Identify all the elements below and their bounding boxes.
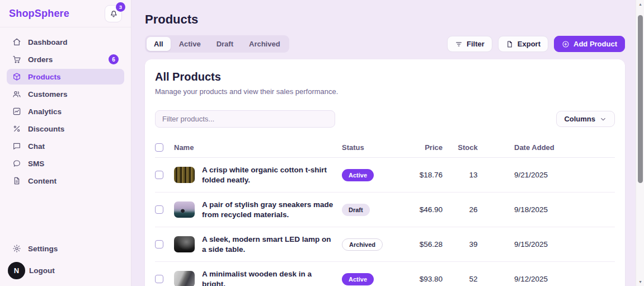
sidebar: ShopSphere 3 Dashboard Orders 6 Products [0,0,131,286]
sidebar-footer: Settings N Logout [7,241,124,279]
sidebar-item-orders[interactable]: Orders 6 [7,51,124,67]
sidebar-item-customers[interactable]: Customers [7,86,124,102]
sidebar-item-dashboard[interactable]: Dashboard [7,34,124,50]
scrollbar-up-arrow[interactable]: ▲ [636,2,644,6]
sidebar-item-content[interactable]: Content [7,173,124,189]
page-title: Products [145,12,625,27]
document-icon [12,176,21,185]
column-header-stock[interactable]: Stock [448,143,499,152]
row-actions-button[interactable] [599,203,613,217]
row-checkbox[interactable] [155,171,163,179]
table-header-row: Name Status Price Stock Date Added [155,138,615,158]
sidebar-item-logout[interactable]: N Logout [7,261,124,279]
sidebar-item-label: Dashboard [28,38,68,46]
sidebar-item-label: Customers [28,90,68,99]
price-cell: $18.76 [403,171,448,179]
main-content: Products All Active Draft Archived Filte… [131,0,644,286]
status-badge: Active [342,273,374,285]
sidebar-item-settings[interactable]: Settings [7,241,124,256]
select-all-checkbox[interactable] [155,143,163,152]
sidebar-item-sms[interactable]: SMS [7,156,124,171]
bell-icon [109,9,118,18]
home-icon [12,37,21,46]
user-avatar[interactable]: N [8,262,25,279]
tab-all[interactable]: All [147,37,171,51]
sidebar-nav: Dashboard Orders 6 Products Customers An… [0,27,131,195]
product-name: A pair of stylish gray sneakers made fro… [202,200,342,219]
row-checkbox[interactable] [155,205,163,214]
app-logo: ShopSphere [9,8,69,20]
columns-dropdown-button[interactable]: Columns [556,111,615,127]
vertical-scrollbar[interactable]: ▲ ▼ [636,0,644,286]
logout-label: Logout [29,266,55,275]
cart-icon [12,55,21,64]
sidebar-item-label: Analytics [28,107,62,116]
tab-active[interactable]: Active [172,37,208,51]
row-actions-button[interactable] [599,273,613,286]
scrollbar-thumb[interactable] [638,15,643,183]
stock-cell: 39 [448,240,499,249]
table-row: A crisp white organic cotton t-shirt fol… [155,158,615,193]
product-thumbnail [174,201,195,218]
columns-button-label: Columns [564,115,595,123]
sort-icon[interactable] [482,144,489,151]
box-icon [12,72,21,81]
users-icon [12,90,21,99]
sidebar-item-chat[interactable]: Chat [7,138,124,154]
card-toolbar: Columns [155,110,615,128]
scrollbar-down-arrow[interactable]: ▼ [636,280,644,284]
row-checkbox[interactable] [155,275,163,283]
stock-cell: 26 [448,205,499,214]
filter-icon [455,40,463,48]
date-added-cell: 9/18/2025 [499,205,596,214]
ellipsis-icon [601,240,610,249]
sidebar-item-label: Orders [28,55,53,64]
stock-header-label: Stock [458,143,477,152]
export-button[interactable]: Export [498,36,548,52]
sidebar-item-label: Content [28,177,57,185]
notification-bell-button[interactable]: 3 [105,5,122,22]
date-added-cell: 9/15/2025 [499,240,596,249]
products-table: Name Status Price Stock Date Added [155,138,615,286]
filter-products-input[interactable] [155,110,335,128]
column-header-status: Status [342,143,403,152]
add-product-button[interactable]: Add Product [554,36,625,52]
sidebar-item-label: Products [28,73,61,81]
date-header-label: Date Added [514,143,554,152]
row-actions-button[interactable] [599,238,613,251]
tab-draft[interactable]: Draft [209,37,241,51]
sidebar-item-analytics[interactable]: Analytics [7,104,124,119]
actions-cell [596,168,615,182]
sidebar-item-products[interactable]: Products [7,69,124,85]
filter-button[interactable]: Filter [447,36,492,52]
page-toolbar: All Active Draft Archived Filter Export … [145,35,625,53]
table-row: A pair of stylish gray sneakers made fro… [155,193,615,227]
table-row: A minimalist wooden desk in a bright, Ac… [155,262,615,286]
sidebar-item-discounts[interactable]: Discounts [7,121,124,137]
ellipsis-icon [601,171,610,180]
plus-circle-icon [562,40,570,48]
stock-cell: 13 [448,171,499,179]
gear-icon [12,244,21,253]
product-thumbnail [174,167,195,183]
table-row: A sleek, modern smart LED lamp on a side… [155,227,615,262]
file-icon [506,40,514,48]
stock-cell: 52 [448,275,499,283]
tab-archived[interactable]: Archived [242,37,288,51]
row-actions-button[interactable] [599,168,613,182]
sort-icon[interactable] [560,144,567,151]
status-cell: Draft [342,204,403,216]
sidebar-item-label: Settings [28,245,58,253]
column-header-name: Name [174,143,202,152]
status-tabs: All Active Draft Archived [145,35,289,53]
product-thumbnail [174,236,195,252]
column-header-date-added[interactable]: Date Added [499,143,596,152]
row-checkbox[interactable] [155,240,163,249]
product-thumbnail [174,271,195,286]
actions-cell [596,203,615,217]
ellipsis-icon [601,275,610,284]
add-product-button-label: Add Product [574,40,617,48]
sidebar-item-label: Chat [28,142,45,151]
sidebar-item-label: Discounts [28,125,64,133]
price-cell: $56.28 [403,240,448,249]
